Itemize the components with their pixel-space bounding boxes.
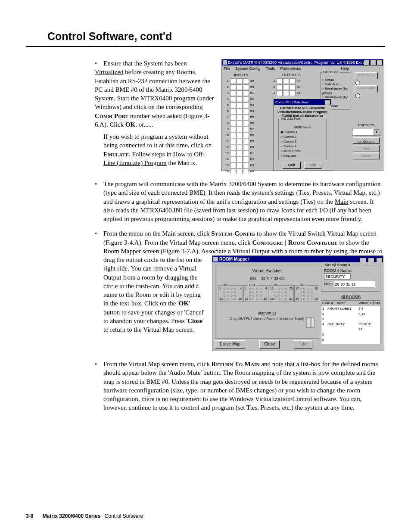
rooms-table-head: room #namevirtual outputs bbox=[321, 301, 380, 306]
page-number: 3-8 bbox=[26, 513, 33, 519]
b1-comm-port: Comm Port bbox=[95, 112, 128, 119]
baud-label: 9600 baud bbox=[280, 125, 324, 130]
page-footer: 3-8 Matrix 3200/6400 Series Control Soft… bbox=[26, 513, 143, 519]
app-icon bbox=[223, 60, 227, 65]
changes-cancel-button[interactable]: Cancel bbox=[353, 153, 380, 159]
figA-menubar[interactable]: File System Config Tools Preferences Hel… bbox=[222, 65, 383, 72]
figB-title-text: ROOM Mapper bbox=[219, 257, 249, 261]
dialog-quit-button[interactable]: Quit bbox=[283, 162, 301, 169]
rgb-mute-button[interactable]: RGB Mute bbox=[355, 72, 378, 79]
radio-comm-2[interactable]: Comm 2 bbox=[280, 134, 324, 139]
room-list-panel: Virtual Room 4 ROOM 4 Name: Map: bbox=[321, 265, 380, 339]
outputs-grid[interactable]: 1 492 503 51 bbox=[269, 78, 304, 96]
figA-titlebar: Extron's MATRIX 6400/3200 Virtualization… bbox=[222, 59, 383, 65]
footer-title: Matrix 3200/6400 Series bbox=[43, 513, 101, 519]
comm-port-dialog: Comm Port Selection × Extron's MATRIX 64… bbox=[274, 99, 331, 171]
bullet-2: • The program will communicate with the … bbox=[95, 180, 383, 223]
presets-title: PRESETS bbox=[351, 123, 381, 128]
menu-tools[interactable]: Tools bbox=[266, 66, 275, 71]
table-row[interactable]: 3 bbox=[321, 317, 380, 322]
editmode-virtual[interactable]: ○ Virtual bbox=[322, 78, 349, 82]
close-icon[interactable]: × bbox=[377, 60, 383, 65]
inputs-grid[interactable]: 1 492 503 514 525 536 547 558 569 5710 5… bbox=[223, 78, 257, 174]
dialog-close-icon[interactable]: × bbox=[325, 100, 330, 105]
dialog-title-text: Comm Port Selection bbox=[275, 100, 308, 104]
table-row[interactable]: 4SECURITY29 30 31 32 bbox=[321, 322, 380, 332]
rooms-table[interactable]: room #namevirtual outputs 1FRONT LOBBY3 … bbox=[321, 300, 380, 344]
presets-dropdown[interactable] bbox=[352, 129, 380, 136]
dialog-ok-button[interactable]: OK bbox=[304, 162, 322, 169]
room-map-input[interactable] bbox=[334, 281, 375, 287]
radio-comm-4[interactable]: Comm 4 bbox=[280, 144, 324, 149]
window-buttons[interactable]: _ □ × bbox=[363, 60, 383, 65]
virtual-switcher-size: size = 32 in × 32 out bbox=[215, 276, 319, 281]
minimize-icon[interactable]: _ bbox=[364, 60, 370, 65]
room-map-label: Map: bbox=[324, 282, 333, 286]
virtual-room-legend: Virtual Room 4 bbox=[324, 262, 351, 268]
changes-panel: CHANGES Take Cancel bbox=[351, 140, 381, 159]
virtual-switcher-panel: Virtual Switcher size = 32 in × 32 out I… bbox=[215, 265, 319, 339]
edit-mode-legend: Edit Mode bbox=[322, 70, 339, 74]
figure-3-7a: ROOM Mapper _ □ × Virtual Switcher size … bbox=[212, 255, 383, 351]
section-title: Control Software, cont'd bbox=[47, 30, 385, 43]
editmode-follow-all[interactable]: ○ Follow all bbox=[322, 82, 349, 87]
figB-titlebar: ROOM Mapper _ □ × bbox=[212, 256, 383, 262]
bullet-4: • From the Virtual Map screen menu, clic… bbox=[95, 360, 383, 412]
b1-text-g: , or...... bbox=[135, 121, 153, 128]
bullet-3: • From the menu on the Main screen, clic… bbox=[95, 229, 383, 255]
table-row[interactable]: 29 13 bbox=[321, 311, 380, 317]
outputs-label: OUTPUTS bbox=[282, 72, 301, 78]
title-rule bbox=[26, 46, 385, 47]
audio-mute-button[interactable]: Audio Mute bbox=[355, 85, 378, 92]
rs232-legend: RS-232 Port bbox=[280, 117, 301, 121]
rgb-mute-led bbox=[355, 81, 360, 85]
audio-mute-led bbox=[355, 93, 360, 98]
changes-title: CHANGES bbox=[351, 140, 381, 145]
figure-3-6a: Extron's MATRIX 6400/3200 Virtualization… bbox=[221, 59, 383, 171]
drag-output-label: output# 12 bbox=[258, 311, 277, 315]
all-rooms-title: All ROOMS bbox=[321, 294, 380, 299]
trash-icon[interactable] bbox=[306, 317, 314, 328]
changes-take-button[interactable]: Take bbox=[353, 146, 380, 152]
b1-virtualized-link: Virtualized bbox=[95, 68, 124, 75]
radio-more-ports[interactable]: More Ports bbox=[280, 149, 324, 153]
virtual-room-group: Virtual Room 4 ROOM 4 Name: Map: bbox=[321, 265, 380, 292]
drag-area: output# 12 Drag OUTPUT circle to Room # … bbox=[215, 311, 319, 321]
room-mapper-buttons: Erase Map Close Take bbox=[215, 340, 380, 349]
b1-ok: OK bbox=[125, 121, 135, 128]
dialog-titlebar: Comm Port Selection × bbox=[274, 100, 331, 105]
virtual-switcher-title: Virtual Switcher bbox=[215, 268, 319, 274]
erase-map-button[interactable]: Erase Map bbox=[215, 340, 245, 348]
radio-comm-1[interactable]: Comm 1 bbox=[280, 130, 324, 134]
menu-file[interactable]: File bbox=[224, 66, 230, 71]
menu-system-config[interactable]: System Config bbox=[235, 66, 261, 71]
table-row[interactable]: 1FRONT LOBBY3 4 bbox=[321, 306, 380, 311]
io-blocks[interactable]: IN○○○○○○○○○○○○○○○○OUT○○○○○○○○○○○○○○○○IN○… bbox=[218, 285, 316, 302]
menu-preferences[interactable]: Preferences bbox=[280, 66, 301, 71]
room-name-input[interactable] bbox=[324, 273, 351, 280]
b1-text-a: Ensure that the System has been bbox=[103, 60, 187, 67]
bullet-1: Extron's MATRIX 6400/3200 Virtualization… bbox=[95, 59, 383, 174]
table-row[interactable]: 5 bbox=[321, 332, 380, 337]
mute-buttons: RGB Mute Audio Mute bbox=[355, 72, 381, 98]
close-button[interactable]: Close bbox=[259, 340, 280, 348]
maximize-icon[interactable]: □ bbox=[370, 60, 376, 65]
take-button[interactable]: Take bbox=[294, 340, 312, 348]
footer-subtitle: Control Software bbox=[105, 513, 143, 519]
rs232-port-group[interactable]: RS-232 Port 9600 baud Comm 1 Comm 2 Comm… bbox=[278, 119, 327, 160]
drag-hint: Drag OUTPUT circle to Room # in List (or… bbox=[230, 317, 304, 320]
inputs-label: INPUTS bbox=[234, 72, 248, 78]
radio-comm-3[interactable]: Comm 3 bbox=[280, 139, 324, 144]
app-icon bbox=[213, 257, 218, 261]
editmode-breakaway-group[interactable]: ○ Breakaway (by group) bbox=[322, 87, 349, 95]
room-name-label: ROOM 4 Name: bbox=[324, 268, 352, 273]
radio-emulate[interactable]: Emulate bbox=[280, 153, 324, 158]
menu-help[interactable]: Help bbox=[341, 66, 349, 71]
